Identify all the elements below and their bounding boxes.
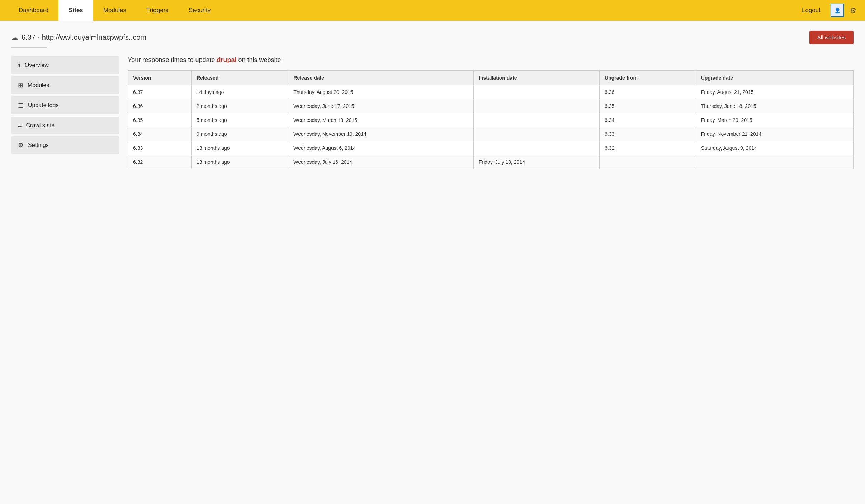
page-content: ☁ 6.37 - http://wwl.ouyalmlnacpwpfs..com… (0, 21, 865, 179)
section-title-suffix: on this website: (237, 56, 283, 63)
crawl-icon: ≡ (18, 122, 22, 129)
table-cell: Wednesday, March 18, 2015 (288, 113, 474, 127)
info-icon: ℹ (18, 61, 20, 69)
table-row: 6.3714 days agoThursday, August 20, 2015… (128, 85, 854, 99)
table-cell: 6.33 (600, 127, 696, 141)
sidebar: ℹ Overview ⊞ Modules ☰ Update logs ≡ Cra… (11, 56, 119, 169)
table-cell: 6.32 (600, 141, 696, 155)
table-cell: 6.36 (600, 85, 696, 99)
table-cell (474, 127, 600, 141)
section-title: Your response times to update drupal on … (128, 56, 854, 64)
content-layout: ℹ Overview ⊞ Modules ☰ Update logs ≡ Cra… (11, 56, 854, 169)
table-cell: Wednesday, November 19, 2014 (288, 127, 474, 141)
table-cell: 13 months ago (191, 141, 288, 155)
nav-sites[interactable]: Sites (58, 0, 93, 21)
nav-items: Dashboard Sites Modules Triggers Securit… (9, 0, 798, 21)
table-cell: 6.33 (128, 141, 192, 155)
table-cell (474, 113, 600, 127)
table-cell: Friday, August 21, 2015 (696, 85, 853, 99)
table-cell: 6.36 (128, 99, 192, 113)
cms-name: drupal (217, 56, 237, 63)
table-cell: Wednesday, August 6, 2014 (288, 141, 474, 155)
table-cell: 6.34 (600, 113, 696, 127)
puzzle-icon: ⊞ (18, 81, 23, 89)
nav-triggers[interactable]: Triggers (136, 0, 179, 21)
sidebar-settings-label: Settings (28, 142, 49, 148)
sidebar-item-settings[interactable]: ⚙ Settings (11, 136, 119, 154)
nav-right: Logout 👤 ⚙ (798, 4, 856, 17)
table-cell: 6.37 (128, 85, 192, 99)
table-row: 6.3213 months agoWednesday, July 16, 201… (128, 155, 854, 169)
table-cell: Wednesday, July 16, 2014 (288, 155, 474, 169)
table-cell (474, 85, 600, 99)
table-cell (474, 141, 600, 155)
gear-icon: ⚙ (18, 141, 24, 149)
nav-modules[interactable]: Modules (93, 0, 136, 21)
sidebar-item-modules[interactable]: ⊞ Modules (11, 76, 119, 94)
site-cloud-icon: ☁ (11, 34, 18, 42)
table-cell: Wednesday, June 17, 2015 (288, 99, 474, 113)
table-cell: 13 months ago (191, 155, 288, 169)
logout-button[interactable]: Logout (798, 7, 825, 14)
table-cell: Friday, March 20, 2015 (696, 113, 853, 127)
avatar-icon: 👤 (834, 7, 841, 14)
table-cell: Friday, July 18, 2014 (474, 155, 600, 169)
table-cell: 9 months ago (191, 127, 288, 141)
table-row: 6.355 months agoWednesday, March 18, 201… (128, 113, 854, 127)
settings-gear-icon[interactable]: ⚙ (850, 6, 856, 15)
table-cell (474, 99, 600, 113)
table-cell: Thursday, June 18, 2015 (696, 99, 853, 113)
table-body: 6.3714 days agoThursday, August 20, 2015… (128, 85, 854, 169)
col-installation-date: Installation date (474, 71, 600, 85)
sidebar-update-logs-label: Update logs (28, 102, 58, 109)
col-upgrade-from: Upgrade from (600, 71, 696, 85)
table-row: 6.3313 months agoWednesday, August 6, 20… (128, 141, 854, 155)
sidebar-modules-label: Modules (28, 82, 49, 89)
nav-security[interactable]: Security (179, 0, 221, 21)
table-cell: 6.32 (128, 155, 192, 169)
nav-dashboard[interactable]: Dashboard (9, 0, 58, 21)
table-header-row: Version Released Release date Installati… (128, 71, 854, 85)
all-websites-button[interactable]: All websites (809, 31, 854, 44)
table-row: 6.362 months agoWednesday, June 17, 2015… (128, 99, 854, 113)
table-head: Version Released Release date Installati… (128, 71, 854, 85)
table-cell: 6.34 (128, 127, 192, 141)
table-row: 6.349 months agoWednesday, November 19, … (128, 127, 854, 141)
sidebar-overview-label: Overview (25, 62, 49, 68)
response-times-table: Version Released Release date Installati… (128, 70, 854, 169)
title-divider (11, 47, 47, 48)
section-title-prefix: Your response times to update (128, 56, 217, 63)
table-cell (696, 155, 853, 169)
table-cell: 6.35 (128, 113, 192, 127)
col-release-date: Release date (288, 71, 474, 85)
site-title-text: 6.37 - http://wwl.ouyalmlnacpwpfs..com (22, 33, 146, 42)
logs-icon: ☰ (18, 101, 24, 109)
table-cell: 5 months ago (191, 113, 288, 127)
main-content: Your response times to update drupal on … (128, 56, 854, 169)
col-upgrade-date: Upgrade date (696, 71, 853, 85)
site-title: ☁ 6.37 - http://wwl.ouyalmlnacpwpfs..com (11, 33, 146, 42)
table-cell: Friday, November 21, 2014 (696, 127, 853, 141)
site-header: ☁ 6.37 - http://wwl.ouyalmlnacpwpfs..com… (11, 31, 854, 44)
sidebar-item-update-logs[interactable]: ☰ Update logs (11, 96, 119, 114)
table-cell (600, 155, 696, 169)
table-cell: Saturday, August 9, 2014 (696, 141, 853, 155)
sidebar-item-overview[interactable]: ℹ Overview (11, 56, 119, 74)
col-released: Released (191, 71, 288, 85)
table-cell: Thursday, August 20, 2015 (288, 85, 474, 99)
col-version: Version (128, 71, 192, 85)
table-cell: 6.35 (600, 99, 696, 113)
sidebar-crawl-stats-label: Crawl stats (26, 122, 55, 129)
table-cell: 2 months ago (191, 99, 288, 113)
sidebar-item-crawl-stats[interactable]: ≡ Crawl stats (11, 117, 119, 134)
main-nav: Dashboard Sites Modules Triggers Securit… (0, 0, 865, 21)
table-cell: 14 days ago (191, 85, 288, 99)
avatar[interactable]: 👤 (831, 4, 844, 17)
